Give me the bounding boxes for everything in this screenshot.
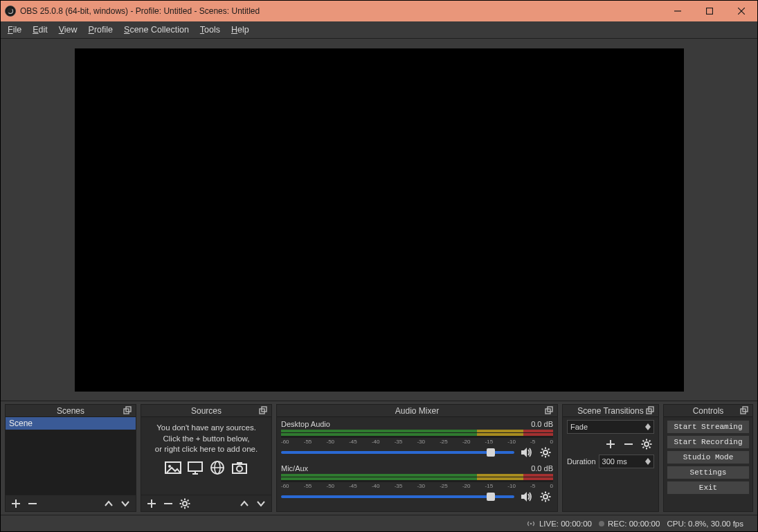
transition-properties-button[interactable] — [639, 437, 654, 451]
app-logo-icon — [5, 6, 16, 17]
broadcast-icon — [526, 520, 536, 527]
menubar: File Edit View Profile Scene Collection … — [1, 21, 757, 38]
slider-thumb-icon[interactable] — [487, 448, 495, 457]
settings-button[interactable]: Settings — [667, 466, 750, 479]
sources-hint-line2: Click the + button below, — [163, 434, 250, 445]
svg-line-70 — [649, 441, 651, 442]
svg-line-42 — [542, 449, 543, 450]
scene-item[interactable]: Scene — [6, 417, 136, 430]
volume-slider[interactable] — [281, 451, 514, 454]
exit-button[interactable]: Exit — [667, 481, 750, 495]
dropdown-spinner-icon[interactable] — [645, 423, 651, 430]
popout-icon[interactable] — [646, 406, 656, 416]
window-title: OBS 25.0.8 (64-bit, windows) - Profile: … — [20, 6, 662, 16]
transitions-dock: Scene Transitions Fade Duration — [562, 404, 659, 512]
svg-point-47 — [543, 495, 548, 499]
duration-label: Duration — [567, 457, 596, 466]
app-window: OBS 25.0.8 (64-bit, windows) - Profile: … — [0, 0, 758, 532]
menu-tools[interactable]: Tools — [200, 25, 220, 35]
source-type-icons — [163, 459, 249, 476]
svg-line-54 — [548, 493, 550, 495]
channel-settings-button[interactable] — [538, 445, 553, 460]
sources-hint-line1: You don't have any sources. — [156, 423, 256, 434]
rec-text: REC: 00:00:00 — [608, 520, 660, 528]
svg-point-25 — [183, 502, 187, 506]
svg-point-63 — [644, 442, 649, 446]
channel-name: Mic/Aux — [281, 464, 308, 473]
transition-select[interactable]: Fade — [567, 420, 654, 434]
mute-button[interactable] — [518, 489, 534, 504]
sources-toolbar — [141, 495, 271, 511]
start-streaming-button[interactable]: Start Streaming — [667, 420, 750, 434]
menu-view[interactable]: View — [59, 25, 78, 35]
add-transition-button[interactable] — [603, 437, 618, 451]
menu-file[interactable]: File — [8, 25, 21, 35]
move-scene-up-button[interactable] — [101, 497, 116, 511]
svg-marker-73 — [645, 461, 651, 465]
popout-icon[interactable] — [740, 406, 750, 416]
start-recording-button[interactable]: Start Recording — [667, 435, 750, 449]
move-scene-down-button[interactable] — [118, 497, 133, 511]
duration-value: 300 ms — [602, 457, 627, 466]
sources-dock-header[interactable]: Sources — [141, 405, 271, 417]
mute-button[interactable] — [518, 445, 534, 460]
svg-line-32 — [188, 499, 189, 501]
mixer-dock-header[interactable]: Audio Mixer — [277, 405, 557, 417]
sources-hint-line3: or right click here to add one. — [155, 444, 258, 455]
controls-dock-header[interactable]: Controls — [664, 405, 752, 417]
svg-point-37 — [543, 450, 548, 455]
menu-scene-collection[interactable]: Scene Collection — [124, 25, 189, 35]
remove-source-button[interactable] — [161, 497, 176, 511]
display-source-icon — [186, 459, 205, 476]
menu-help[interactable]: Help — [231, 25, 249, 35]
add-source-button[interactable] — [144, 497, 159, 511]
svg-rect-13 — [188, 462, 202, 471]
svg-line-30 — [181, 499, 183, 501]
svg-rect-1 — [707, 8, 713, 15]
titlebar[interactable]: OBS 25.0.8 (64-bit, windows) - Profile: … — [1, 1, 757, 21]
preview-canvas[interactable] — [75, 48, 684, 392]
source-properties-button[interactable] — [177, 497, 192, 511]
popout-icon[interactable] — [123, 406, 133, 416]
mixer-channel-mic-aux: Mic/Aux 0.0 dB -60-55-50-45-40 — [281, 464, 553, 504]
popout-icon[interactable] — [259, 406, 269, 416]
status-rec: REC: 00:00:00 — [599, 520, 660, 528]
remove-transition-button[interactable] — [621, 437, 636, 451]
audio-mixer-dock: Audio Mixer Desktop Audio 0.0 dB — [276, 404, 558, 512]
svg-line-71 — [643, 447, 644, 448]
minimize-button[interactable] — [662, 1, 694, 21]
scenes-list[interactable]: Scene — [6, 417, 136, 495]
mixer-title: Audio Mixer — [395, 406, 439, 416]
menu-profile[interactable]: Profile — [89, 25, 113, 35]
move-source-down-button[interactable] — [253, 497, 269, 511]
menu-edit[interactable]: Edit — [33, 25, 48, 35]
remove-scene-button[interactable] — [25, 497, 40, 511]
svg-line-43 — [548, 455, 550, 457]
move-source-up-button[interactable] — [237, 497, 252, 511]
meter-ticks: -60-55-50-45-40-35-30-25-20-15-10-50 — [281, 483, 553, 489]
svg-line-53 — [548, 499, 550, 501]
image-source-icon — [163, 459, 183, 476]
scenes-dock-header[interactable]: Scenes — [6, 405, 136, 417]
preview-area[interactable] — [1, 39, 757, 401]
svg-point-21 — [237, 466, 242, 471]
live-text: LIVE: 00:00:00 — [539, 520, 592, 528]
duration-input[interactable]: 300 ms — [599, 455, 654, 468]
slider-thumb-icon[interactable] — [487, 493, 495, 501]
volume-slider[interactable] — [281, 495, 514, 498]
transitions-title: Scene Transitions — [577, 406, 643, 416]
scenes-title: Scenes — [57, 406, 84, 416]
maximize-button[interactable] — [694, 1, 725, 21]
svg-line-45 — [542, 455, 543, 457]
duration-spinner-icon[interactable] — [645, 458, 651, 465]
channel-settings-button[interactable] — [538, 489, 553, 504]
mixer-body: Desktop Audio 0.0 dB -60-55-50 — [277, 417, 557, 511]
channel-db: 0.0 dB — [531, 464, 553, 473]
studio-mode-button[interactable]: Studio Mode — [667, 450, 750, 464]
popout-icon[interactable] — [545, 406, 554, 416]
transitions-dock-header[interactable]: Scene Transitions — [563, 405, 658, 417]
add-scene-button[interactable] — [8, 497, 24, 511]
close-button[interactable] — [725, 1, 757, 21]
svg-line-69 — [649, 447, 651, 448]
sources-empty-hint[interactable]: You don't have any sources. Click the + … — [141, 417, 271, 495]
